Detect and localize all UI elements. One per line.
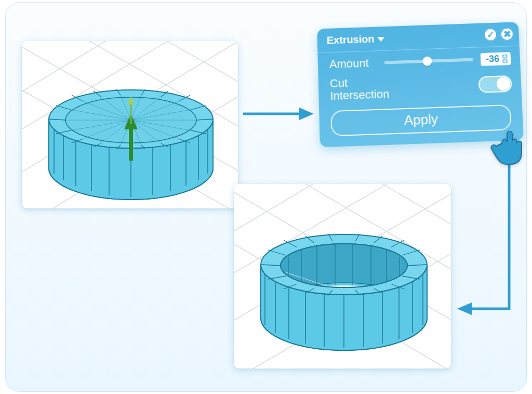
viewport-after [234,184,451,369]
flow-arrow-1 [241,98,314,129]
svg-marker-64 [457,303,472,315]
amount-value-field[interactable]: -36 [481,52,511,66]
panel-title: Extrusion [326,33,374,46]
chevron-down-icon [377,36,384,41]
svg-marker-63 [299,108,314,120]
slider-thumb[interactable] [422,56,432,66]
amount-label: Amount [329,56,378,71]
cut-intersection-toggle[interactable] [478,75,512,93]
confirm-button[interactable]: ✓ [484,28,498,42]
amount-spinner[interactable] [502,54,508,63]
close-button[interactable]: ✖ [500,27,514,41]
viewport-after-svg [234,184,451,369]
cut-intersection-label: Cut Intersection [330,75,390,102]
spinner-up[interactable] [502,54,508,58]
amount-value: -36 [486,53,500,64]
toggle-knob[interactable] [497,77,511,91]
flow-arrow-2 [457,163,520,324]
viewport-before [22,41,238,208]
apply-button[interactable]: Apply [330,104,512,136]
diagram-canvas: Extrusion ✓ ✖ Amount -36 C [5,2,527,392]
cursor-hand-icon [489,126,531,167]
amount-slider[interactable] [384,58,474,64]
viewport-before-svg [22,41,238,208]
spinner-down[interactable] [502,59,508,63]
